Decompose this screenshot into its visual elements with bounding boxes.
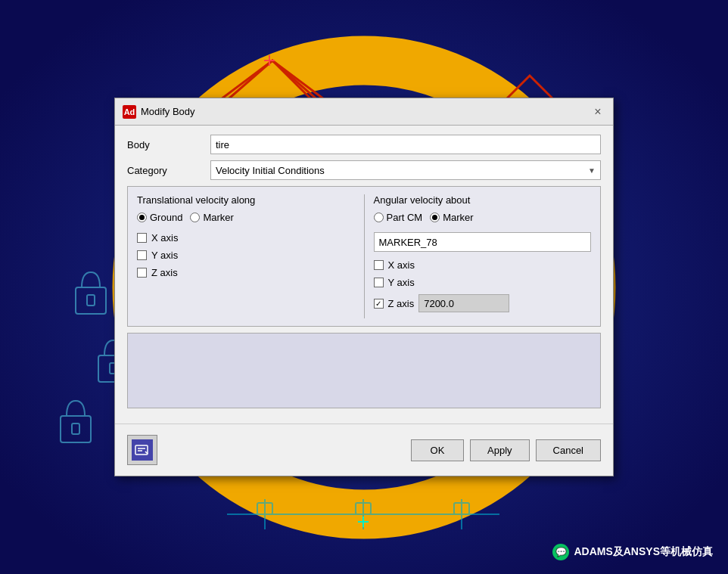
ang-x-checkbox[interactable] [374,260,384,270]
help-button[interactable] [127,435,157,465]
ok-button[interactable]: OK [411,439,464,461]
trans-y-row: Y axis [137,250,355,261]
body-label: Body [127,139,210,150]
dialog-buttons: OK Apply Cancel [115,424,613,476]
cancel-button[interactable]: Cancel [536,439,601,461]
empty-panel [127,333,601,408]
ang-z-label: Z axis [388,298,415,309]
translational-heading: Translational velocity along [137,194,355,206]
category-label: Category [127,165,210,176]
translational-radio-group: Ground Marker [137,212,355,223]
ang-z-checkbox[interactable] [374,299,384,309]
angular-heading: Angular velocity about [374,194,592,206]
help-icon [132,439,153,461]
trans-z-label: Z axis [151,267,178,278]
radio-ground-circle [137,213,147,222]
radio-marker-ang-circle [430,213,440,222]
dialog-titlebar: Ad Modify Body × [115,98,613,126]
edit-icon-svg [135,444,150,456]
body-row: Body [127,135,601,154]
ang-z-row: Z axis [374,294,592,312]
radio-marker-trans-circle [190,213,200,222]
trans-y-checkbox[interactable] [137,250,147,260]
trans-x-row: X axis [137,232,355,244]
radio-marker-trans[interactable]: Marker [190,212,233,223]
radio-ground[interactable]: Ground [137,212,182,223]
ang-y-checkbox[interactable] [374,278,384,287]
ad-icon: Ad [123,105,136,119]
ang-y-label: Y axis [388,277,415,288]
svg-rect-29 [135,445,148,455]
ang-y-row: Y axis [374,277,592,288]
radio-marker-ang-label: Marker [443,212,473,223]
apply-button[interactable]: Apply [470,439,530,461]
modify-body-dialog: Ad Modify Body × Body Category Velocity … [114,98,614,476]
trans-x-label: X axis [151,232,178,244]
marker-input-row [374,232,592,252]
col-divider [364,194,365,318]
ang-x-row: X axis [374,259,592,271]
body-input[interactable] [210,135,601,154]
trans-z-checkbox[interactable] [137,268,147,278]
category-value: Velocity Initial Conditions [216,165,325,176]
radio-marker-ang[interactable]: Marker [430,212,473,223]
action-buttons: OK Apply Cancel [411,439,601,461]
radio-marker-trans-label: Marker [203,212,233,223]
category-dropdown[interactable]: Velocity Initial Conditions ▼ [210,160,601,180]
radio-part-cm-circle [374,213,384,222]
close-button[interactable]: × [590,104,605,119]
trans-y-label: Y axis [151,250,178,261]
ang-z-value-input[interactable] [418,294,509,312]
trans-x-checkbox[interactable] [137,233,147,243]
radio-ground-label: Ground [150,212,182,223]
ang-x-label: X axis [388,259,415,271]
dialog-overlay: Ad Modify Body × Body Category Velocity … [0,0,728,574]
radio-part-cm[interactable]: Part CM [374,212,423,223]
panel-columns: Translational velocity along Ground Mark… [137,194,591,318]
angular-col: Angular velocity about Part CM Marker [374,194,592,318]
dialog-content: Body Category Velocity Initial Condition… [115,126,613,417]
translational-col: Translational velocity along Ground Mark… [137,194,355,318]
z-axis-container: Z axis [374,294,510,312]
angular-radio-group: Part CM Marker [374,212,592,223]
dialog-title: Modify Body [141,106,195,117]
radio-part-cm-label: Part CM [387,212,423,223]
category-row: Category Velocity Initial Conditions ▼ [127,160,601,180]
title-left: Ad Modify Body [123,105,195,119]
velocity-panel: Translational velocity along Ground Mark… [127,186,601,327]
trans-z-row: Z axis [137,267,355,278]
dropdown-arrow-icon: ▼ [588,166,596,175]
marker-input[interactable] [374,232,592,252]
